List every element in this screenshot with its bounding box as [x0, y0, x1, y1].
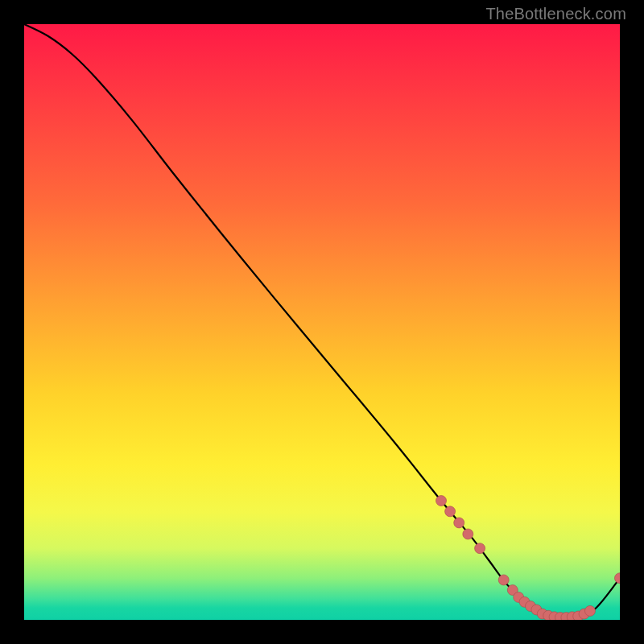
marker-dot [475, 543, 485, 554]
marker-dot [498, 575, 509, 585]
marker-dot [615, 573, 621, 584]
chart-svg [24, 24, 620, 620]
marker-dot [585, 605, 596, 616]
marker-dot [436, 496, 447, 506]
bottleneck-curve [24, 24, 620, 617]
chart-frame: TheBottleneck.com [0, 0, 644, 644]
marker-dot [445, 506, 456, 517]
marker-dot [463, 529, 473, 539]
markers-group [436, 496, 621, 621]
plot-area [24, 24, 620, 620]
marker-dot [454, 518, 464, 528]
watermark-text: TheBottleneck.com [485, 5, 626, 23]
